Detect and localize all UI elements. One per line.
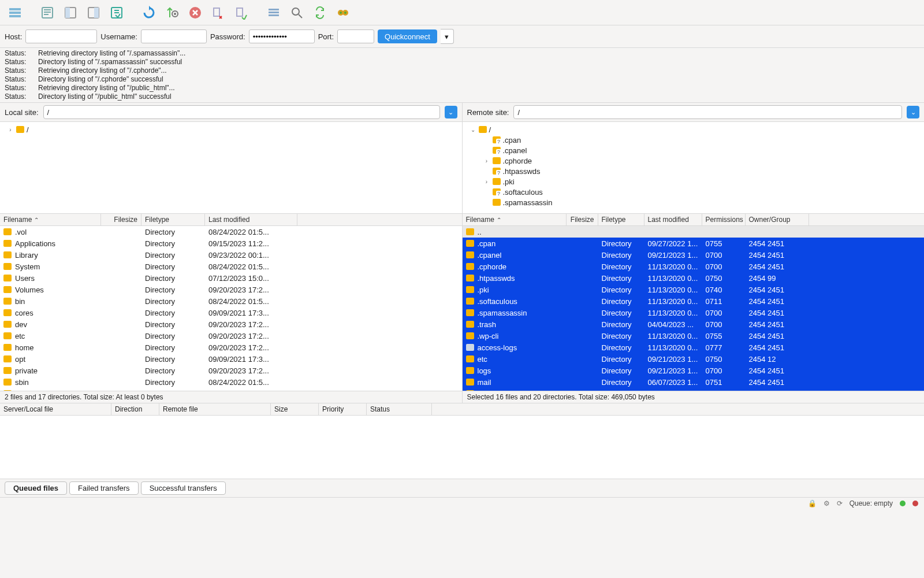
list-item[interactable]: VolumesDirectory09/20/2023 17:2... — [0, 284, 462, 295]
tree-node[interactable]: ›/ — [3, 124, 459, 135]
list-item[interactable]: .volDirectory08/24/2022 01:5... — [0, 226, 462, 238]
password-label: Password: — [210, 32, 245, 41]
expand-arrow-icon[interactable]: › — [483, 179, 490, 185]
list-item[interactable]: .wp-cliDirectory11/13/2020 0...07552454 … — [463, 330, 925, 342]
remote-col-permissions[interactable]: Permissions — [702, 214, 746, 225]
disconnect-button[interactable] — [208, 3, 229, 23]
expand-arrow-icon[interactable]: › — [7, 127, 14, 133]
toggle-local-tree-button[interactable] — [60, 3, 81, 23]
site-manager-button[interactable] — [5, 3, 25, 23]
list-item[interactable]: tmpDirectory09/21/2023 10:4... — [0, 388, 462, 391]
directory-compare-button[interactable] — [286, 3, 307, 23]
toggle-log-button[interactable] — [37, 3, 58, 23]
list-item[interactable]: privateDirectory09/20/2023 17:2... — [0, 365, 462, 376]
list-item[interactable]: UsersDirectory07/12/2023 15:0... — [0, 272, 462, 284]
svg-rect-16 — [237, 8, 243, 16]
settings-icon[interactable]: ⚙ — [824, 499, 830, 507]
local-list-header[interactable]: Filename⌃ Filesize Filetype Last modifie… — [0, 214, 462, 226]
local-col-filesize[interactable]: Filesize — [101, 214, 141, 225]
local-path-dropdown[interactable]: ⌄ — [445, 106, 457, 118]
refresh-button[interactable] — [139, 3, 159, 23]
queue-col-direction[interactable]: Direction — [111, 403, 159, 415]
list-item[interactable]: logsDirectory09/21/2023 1...07002454 245… — [463, 365, 925, 376]
remote-col-filesize[interactable]: Filesize — [567, 214, 598, 225]
list-item[interactable]: .cpanDirectory09/27/2022 1...07552454 24… — [463, 238, 925, 249]
queue-header[interactable]: Server/Local file Direction Remote file … — [0, 403, 924, 416]
queue-col-remote[interactable]: Remote file — [159, 403, 271, 415]
sync-browse-button[interactable] — [310, 3, 330, 23]
queue-list[interactable] — [0, 416, 924, 479]
folder-icon — [3, 332, 12, 339]
local-col-modified[interactable]: Last modified — [205, 214, 297, 225]
host-input[interactable] — [25, 29, 97, 43]
cancel-button[interactable] — [185, 3, 206, 23]
queue-col-file[interactable]: Server/Local file — [0, 403, 111, 415]
list-item[interactable]: .trashDirectory04/04/2023 ...07002454 24… — [463, 318, 925, 330]
tab-queued[interactable]: Queued files — [5, 481, 67, 495]
remote-file-list[interactable]: ...cpanDirectory09/27/2022 1...07552454 … — [463, 226, 925, 391]
tab-successful[interactable]: Successful transfers — [141, 481, 226, 495]
tree-node[interactable]: .spamassassin — [466, 197, 921, 208]
list-item[interactable]: LibraryDirectory09/23/2022 00:1... — [0, 249, 462, 261]
tree-node[interactable]: .softaculous — [466, 187, 921, 197]
list-item[interactable]: SystemDirectory08/24/2022 01:5... — [0, 261, 462, 272]
quickconnect-dropdown[interactable]: ▾ — [441, 29, 454, 44]
search-remote-button[interactable] — [333, 3, 353, 23]
remote-list-header[interactable]: Filename⌃ Filesize Filetype Last modifie… — [463, 214, 925, 226]
expand-arrow-icon[interactable]: ⌄ — [470, 127, 476, 133]
remote-col-filetype[interactable]: Filetype — [598, 214, 644, 225]
list-item[interactable]: .htpasswdsDirectory11/13/2020 0...075024… — [463, 272, 925, 284]
process-queue-button[interactable] — [162, 3, 182, 23]
list-item[interactable]: .cpanelDirectory09/21/2023 1...07002454 … — [463, 249, 925, 261]
tree-node[interactable]: .htpasswds — [466, 166, 921, 176]
list-item[interactable]: .cphordeDirectory11/13/2020 0...07002454… — [463, 261, 925, 272]
port-input[interactable] — [337, 29, 374, 43]
remote-col-owner[interactable]: Owner/Group — [746, 214, 809, 225]
reconnect-button[interactable] — [231, 3, 252, 23]
remote-path-dropdown[interactable]: ⌄ — [907, 106, 919, 118]
local-file-list[interactable]: .volDirectory08/24/2022 01:5...Applicati… — [0, 226, 462, 391]
quickconnect-button[interactable]: Quickconnect — [378, 29, 437, 43]
list-item[interactable]: perl5Directory11/19/2020 0...07552454 24… — [463, 388, 925, 391]
username-input[interactable] — [141, 29, 207, 43]
list-item[interactable]: .spamassassinDirectory11/13/2020 0...070… — [463, 307, 925, 318]
tab-failed[interactable]: Failed transfers — [69, 481, 139, 495]
toggle-queue-button[interactable] — [106, 3, 127, 23]
queue-col-priority[interactable]: Priority — [319, 403, 367, 415]
list-item[interactable]: etcDirectory09/21/2023 1...07502454 12 — [463, 353, 925, 365]
password-input[interactable] — [249, 29, 315, 43]
file-modified: 08/24/2022 01:5... — [205, 297, 297, 306]
list-item[interactable]: sbinDirectory08/24/2022 01:5... — [0, 376, 462, 388]
list-item[interactable]: .pkiDirectory11/13/2020 0...07402454 245… — [463, 284, 925, 295]
parent-dir[interactable]: .. — [463, 226, 925, 238]
tree-node[interactable]: ⌄/ — [466, 124, 921, 135]
remote-tree[interactable]: ⌄/.cpan.cpanel›.cphorde.htpasswds›.pki.s… — [463, 122, 925, 214]
list-item[interactable]: mailDirectory06/07/2023 1...07512454 245… — [463, 376, 925, 388]
list-item[interactable]: optDirectory09/09/2021 17:3... — [0, 353, 462, 365]
local-col-filetype[interactable]: Filetype — [141, 214, 205, 225]
filter-button[interactable] — [263, 3, 284, 23]
list-item[interactable]: etcDirectory09/20/2023 17:2... — [0, 330, 462, 342]
toggle-remote-tree-button[interactable] — [83, 3, 104, 23]
tree-node[interactable]: .cpan — [466, 135, 921, 145]
local-tree[interactable]: ›/ — [0, 122, 462, 214]
list-item[interactable]: homeDirectory09/20/2023 17:2... — [0, 342, 462, 353]
tree-node[interactable]: ›.cphorde — [466, 155, 921, 166]
queue-col-size[interactable]: Size — [271, 403, 319, 415]
list-item[interactable]: ApplicationsDirectory09/15/2023 11:2... — [0, 238, 462, 249]
activity-led-2 — [912, 501, 918, 506]
remote-col-filename[interactable]: Filename⌃ — [463, 214, 567, 225]
tree-node[interactable]: ›.pki — [466, 176, 921, 187]
list-item[interactable]: coresDirectory09/09/2021 17:3... — [0, 307, 462, 318]
queue-col-status[interactable]: Status — [367, 403, 432, 415]
remote-col-modified[interactable]: Last modified — [644, 214, 702, 225]
local-path-input[interactable]: / — [43, 105, 440, 119]
expand-arrow-icon[interactable]: › — [483, 158, 490, 164]
list-item[interactable]: access-logsDirectory11/13/2020 0...07772… — [463, 342, 925, 353]
remote-path-input[interactable]: / — [513, 105, 902, 119]
list-item[interactable]: binDirectory08/24/2022 01:5... — [0, 295, 462, 307]
list-item[interactable]: .softaculousDirectory11/13/2020 0...0711… — [463, 295, 925, 307]
list-item[interactable]: devDirectory09/20/2023 17:2... — [0, 318, 462, 330]
local-col-filename[interactable]: Filename⌃ — [0, 214, 101, 225]
tree-node[interactable]: .cpanel — [466, 145, 921, 155]
